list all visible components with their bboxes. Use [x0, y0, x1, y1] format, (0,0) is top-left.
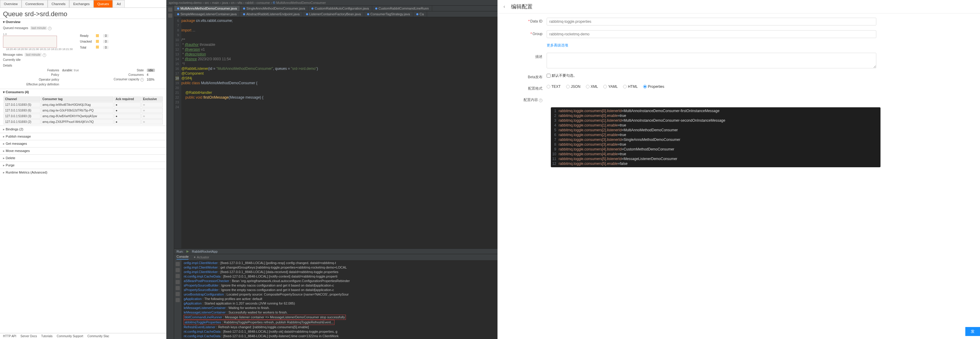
editor-tabs-row2: SimpleMessageListenerContainer.javaAbstr…	[174, 11, 498, 17]
editor-tabs-row1: MultiAnnoMethodDemoConsumer.javaSingleAn…	[174, 6, 498, 11]
action-delete[interactable]: Delete	[0, 154, 166, 162]
action-move-messages[interactable]: Move messages	[0, 147, 166, 154]
beta-label: Beta发布	[508, 73, 547, 80]
footer-link[interactable]: Tutorials	[41, 334, 52, 338]
table-row[interactable]: 127.0.0.1:51693 (6)amq.ctag-lw-G3cF93bG2…	[3, 108, 163, 113]
structure-icon[interactable]	[168, 13, 172, 18]
rmq-nav-tabs: OverviewConnectionsChannelsExchangesQueu…	[0, 0, 166, 8]
help-icon[interactable]: ?	[43, 53, 46, 57]
col-ack[interactable]: Ack required	[114, 97, 141, 102]
print-icon[interactable]	[176, 292, 180, 296]
run-config-name[interactable]: RabbitRocketApp	[192, 250, 218, 253]
editor-tab[interactable]: CustomRabbitCommandLineRunn	[372, 6, 432, 11]
chart-legend: Ready0 Unacked0 Total0	[78, 33, 111, 51]
beta-checkbox[interactable]: 默认不要勾选。	[547, 73, 577, 78]
format-radio-html[interactable]: HTML	[623, 84, 638, 89]
format-radio-json[interactable]: JSON	[566, 84, 581, 89]
ide-panel: spring-rocketmq-demo › src › main › java…	[166, 0, 498, 339]
action-bindings-[interactable]: Bindings (2)	[0, 126, 166, 133]
back-icon[interactable]: ‹	[503, 4, 505, 9]
project-icon[interactable]	[168, 8, 172, 12]
consumers-table: Channel Consumer tag Ack required Exclus…	[3, 96, 163, 125]
publish-button[interactable]: 发	[965, 327, 980, 336]
dataid-input[interactable]	[547, 18, 876, 25]
consumers-header[interactable]: ▾ Consumers (4)	[3, 90, 163, 94]
console-tab[interactable]: Console	[177, 255, 189, 259]
format-label: 配置格式	[508, 84, 547, 91]
format-radio-text[interactable]: TEXT	[547, 84, 561, 89]
format-radio-properties[interactable]: Properties	[643, 84, 664, 89]
editor-tab[interactable]: MultiAnnoMethodDemoConsumer.java	[174, 6, 240, 11]
dataid-label: Data ID	[530, 19, 542, 23]
config-code-editor[interactable]: 1rabbitmq.toggle.consumers[0].listenerId…	[551, 107, 880, 167]
help-icon[interactable]: ?	[539, 99, 542, 102]
format-radio-yaml[interactable]: YAML	[603, 84, 618, 89]
actuator-tab[interactable]: Actuator	[197, 255, 209, 259]
col-exclusive[interactable]: Exclusive	[142, 97, 163, 102]
nacos-panel: ‹ 编辑配置 *Data ID *Group 更多高级选项 描述 Beta发布 …	[498, 0, 980, 339]
table-row[interactable]: 127.0.0.1:51693 (2)amq.ctag-ZX8JPFPxuof-…	[3, 119, 163, 124]
queued-messages-chart	[3, 36, 57, 48]
footer-link[interactable]: Community Slac	[88, 334, 110, 338]
code-editor[interactable]: package cn.vlts.rabbit.consume; import .…	[181, 17, 318, 248]
format-radio-xml[interactable]: XML	[586, 84, 598, 89]
idle-text: Currently idle	[0, 58, 166, 63]
stop-icon[interactable]	[176, 268, 180, 272]
editor-tab[interactable]: Ca	[413, 11, 427, 17]
desc-textarea[interactable]	[547, 53, 876, 68]
footer-link[interactable]: Server Docs	[21, 334, 37, 338]
details-label: Details	[0, 63, 166, 68]
overview-header[interactable]: ▾ Overview	[3, 20, 163, 24]
message-rates-label: Message rates last minute ?	[0, 52, 166, 58]
queue-title: Queue srd->srd.demo	[0, 8, 166, 19]
content-label: 配置内容	[523, 98, 538, 102]
rmq-footer: HTTP APIServer DocsTutorialsCommunity Su…	[0, 333, 166, 339]
nacos-title: 编辑配置	[511, 3, 533, 10]
col-tag[interactable]: Consumer tag	[41, 97, 114, 102]
rmq-tab-queues[interactable]: Queues	[94, 0, 113, 8]
console-output[interactable]: onfig.impl.ClientWorker : [fixed-127.0.0…	[182, 260, 498, 339]
editor-tab[interactable]: AbstractRabbitListenerEndpoint.java	[240, 11, 303, 17]
more-options-link[interactable]: 更多高级选项	[547, 43, 568, 48]
console-tool-strip	[174, 260, 182, 339]
action-get-messages[interactable]: Get messages	[0, 140, 166, 147]
chart-y-label: 1.0	[3, 33, 76, 36]
table-row[interactable]: 127.0.0.1:51693 (3)amq.ctag-8UwBXwHDKhYh…	[3, 114, 163, 119]
chart-x-axis: 18:20:40 18:20:50 18:21:00 18:21:10 18:2…	[3, 48, 76, 51]
ide-tool-strip	[166, 6, 174, 339]
footer-link[interactable]: Community Support	[57, 334, 83, 338]
rmq-tab-ad[interactable]: Ad	[113, 0, 124, 8]
line-gutter: 6789101112131415161718192021222324	[174, 17, 181, 248]
format-radios: TEXTJSONXMLYAMLHTMLProperties	[547, 84, 664, 89]
details-table: Featuresdurable: true Stateidle Policy C…	[0, 68, 166, 89]
run-label: Run:	[177, 250, 183, 253]
group-input[interactable]	[547, 30, 876, 38]
rmq-tab-channels[interactable]: Channels	[48, 0, 69, 8]
rmq-tab-connections[interactable]: Connections	[22, 0, 48, 8]
rmq-tab-overview[interactable]: Overview	[0, 0, 22, 8]
rerun-icon[interactable]	[176, 262, 180, 266]
action-purge[interactable]: Purge	[0, 162, 166, 169]
wrap-icon[interactable]	[176, 286, 180, 290]
group-label: Group	[533, 32, 542, 36]
editor-tab[interactable]: ConsumerTagStrategy.java	[364, 11, 413, 17]
footer-link[interactable]: HTTP API	[3, 334, 16, 338]
rmq-tab-exchanges[interactable]: Exchanges	[69, 0, 93, 8]
editor-tab[interactable]: CustomRabbitAutoConfiguration.java	[309, 6, 372, 11]
editor-tab[interactable]: ListenerContainerFactoryBean.java	[303, 11, 364, 17]
editor-tab[interactable]: SimpleMessageListenerContainer.java	[174, 11, 240, 17]
queued-messages-label: Queued messages last minute ?	[0, 25, 166, 32]
breadcrumb[interactable]: spring-rocketmq-demo › src › main › java…	[166, 0, 498, 6]
up-icon[interactable]	[176, 280, 180, 284]
down-icon[interactable]	[176, 274, 180, 278]
help-icon[interactable]: ?	[48, 27, 51, 30]
run-toolbar: Run: ▶ RabbitRocketApp	[174, 248, 498, 254]
rabbitmq-panel: OverviewConnectionsChannelsExchangesQueu…	[0, 0, 166, 339]
table-row[interactable]: 127.0.0.1:51693 (5)amq.ctag-Ie98vd6TAnH3…	[3, 102, 163, 107]
editor-tab[interactable]: SingleAnnoMethodDemoConsumer.java	[240, 6, 309, 11]
action-publish-message[interactable]: Publish message	[0, 133, 166, 140]
action-runtime-metrics-advanced-[interactable]: Runtime Metrics (Advanced)	[0, 169, 166, 176]
desc-label: 描述	[508, 53, 547, 59]
col-channel[interactable]: Channel	[3, 97, 40, 102]
trash-icon[interactable]	[176, 298, 180, 302]
